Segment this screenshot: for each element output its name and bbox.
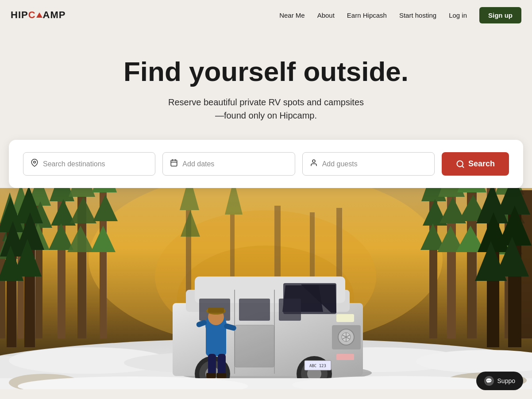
svg-rect-105 xyxy=(336,314,354,322)
svg-point-5 xyxy=(312,160,315,162)
search-bar: Search xyxy=(9,140,523,188)
chat-icon: 💬 xyxy=(484,376,494,386)
svg-marker-31 xyxy=(92,188,117,192)
nav-about[interactable]: About xyxy=(317,12,335,19)
search-icon xyxy=(456,160,465,169)
svg-rect-124 xyxy=(216,373,226,378)
guests-field[interactable] xyxy=(302,152,435,176)
signup-button[interactable]: Sign up xyxy=(479,7,521,23)
logo[interactable]: HIPCAMP xyxy=(11,9,66,21)
navbar: HIPCAMP Near Me About Earn Hipcash Start… xyxy=(0,0,532,30)
nav-earn-hipcash[interactable]: Earn Hipcash xyxy=(347,12,387,19)
search-button-label: Search xyxy=(468,159,495,169)
svg-rect-121 xyxy=(208,354,216,376)
svg-point-0 xyxy=(34,161,36,163)
svg-rect-96 xyxy=(279,299,301,321)
destination-input[interactable] xyxy=(43,160,148,168)
nav-login[interactable]: Log in xyxy=(449,12,467,19)
dates-input[interactable] xyxy=(182,160,287,168)
guests-input[interactable] xyxy=(322,160,427,168)
hero-section: Find yourself outside. Reserve beautiful… xyxy=(0,30,532,122)
person-icon xyxy=(310,159,318,169)
svg-rect-106 xyxy=(336,354,354,360)
svg-rect-118 xyxy=(208,307,224,313)
dates-field[interactable] xyxy=(162,152,295,176)
nav-links: Near Me About Earn Hipcash Start hosting… xyxy=(279,7,521,23)
svg-rect-1 xyxy=(171,160,177,166)
hero-title: Find yourself outside. xyxy=(9,57,523,87)
search-container: Search xyxy=(9,140,523,188)
hero-subtitle: Reserve beautiful private RV spots and c… xyxy=(164,96,368,122)
svg-text:ABC 123: ABC 123 xyxy=(309,364,326,368)
svg-rect-113 xyxy=(235,325,274,367)
location-icon xyxy=(31,159,39,169)
logo-text: HIPCAMP xyxy=(11,9,66,21)
search-button[interactable]: Search xyxy=(442,152,509,176)
destination-field[interactable] xyxy=(23,152,155,176)
hero-image: ABC 123 xyxy=(0,188,532,389)
nav-near-me[interactable]: Near Me xyxy=(279,12,305,19)
svg-rect-115 xyxy=(206,321,226,356)
svg-marker-27 xyxy=(69,188,95,197)
svg-rect-122 xyxy=(218,354,226,376)
svg-line-7 xyxy=(462,166,464,168)
calendar-icon xyxy=(170,159,178,169)
nav-start-hosting[interactable]: Start hosting xyxy=(399,12,436,19)
support-chat-button[interactable]: 💬 Suppo xyxy=(476,372,523,390)
svg-marker-51 xyxy=(457,188,486,192)
support-label: Suppo xyxy=(497,377,515,384)
svg-rect-95 xyxy=(239,299,270,321)
svg-rect-123 xyxy=(206,373,216,378)
